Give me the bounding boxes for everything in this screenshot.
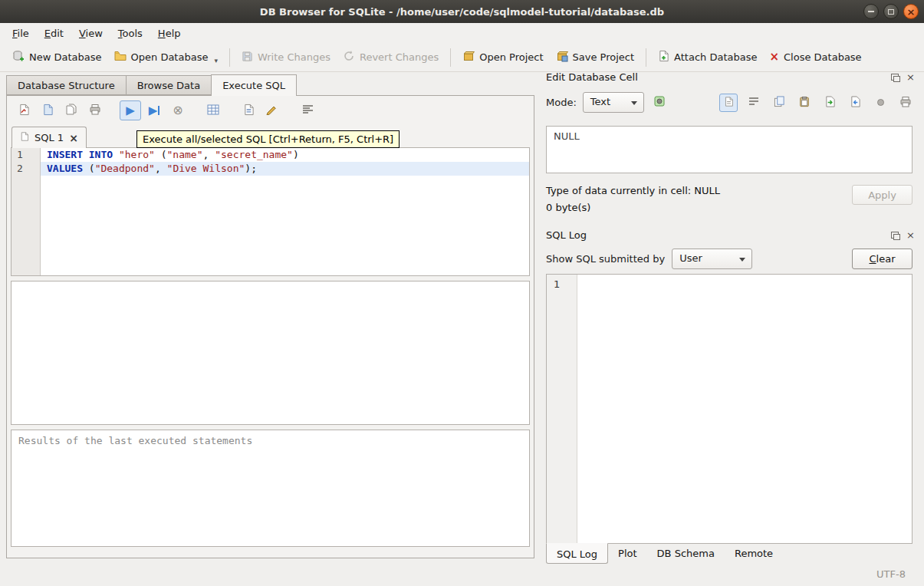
menu-help[interactable]: Help <box>150 25 189 42</box>
print-cell-button[interactable] <box>896 94 915 112</box>
sql-file-icon <box>20 131 29 144</box>
titlebar: DB Browser for SQLite - /home/user/code/… <box>0 0 924 23</box>
tab-browse-data[interactable]: Browse Data <box>126 75 212 95</box>
maximize-icon <box>888 9 894 15</box>
format-sql-button[interactable] <box>297 100 318 120</box>
minimize-icon <box>868 11 874 12</box>
tab-execute-sql[interactable]: Execute SQL <box>211 74 297 96</box>
float-dock-icon[interactable] <box>891 74 899 81</box>
set-null-button[interactable] <box>871 94 889 112</box>
word-wrap-button[interactable] <box>745 94 763 112</box>
apply-button[interactable]: Apply <box>852 185 912 205</box>
format-sql-icon <box>302 104 314 117</box>
open-project-button[interactable]: Open Project <box>456 46 549 68</box>
statusbar: UTF-8 <box>0 563 924 586</box>
attach-database-icon <box>658 50 669 64</box>
cell-value-editor[interactable]: NULL <box>546 126 912 173</box>
right-dock: Edit Database Cell × Mode: Text NULL Typ… <box>541 69 918 564</box>
attach-database-button[interactable]: Attach Database <box>652 46 763 68</box>
open-database-button[interactable]: Open Database ▾ <box>108 46 224 68</box>
print-button[interactable] <box>84 100 106 120</box>
import-cell-button[interactable] <box>820 94 839 112</box>
dock-tab-sql-log[interactable]: SQL Log <box>546 543 608 564</box>
dock-tab-remote[interactable]: Remote <box>725 544 783 564</box>
submitted-by-combobox[interactable]: User <box>672 249 752 269</box>
sql-log-view[interactable]: 1 <box>546 274 912 544</box>
menu-edit[interactable]: Edit <box>37 25 71 42</box>
text-mode-button[interactable] <box>719 94 738 112</box>
results-message-box[interactable]: Results of the last executed statements <box>11 430 530 547</box>
close-tab-icon[interactable]: × <box>69 133 78 143</box>
stop-icon: ⊗ <box>173 104 182 117</box>
set-null-icon <box>877 99 884 106</box>
save-project-icon <box>556 50 568 64</box>
minimize-button[interactable] <box>863 4 879 19</box>
paste-cell-button[interactable] <box>795 94 814 112</box>
execute-current-line-button[interactable]: ▶ <box>143 100 165 120</box>
line-number: 2 <box>12 162 41 176</box>
close-database-icon: × <box>769 51 779 63</box>
sql-doc-tab-label: SQL 1 <box>35 132 64 143</box>
execute-all-button[interactable]: ▶ <box>120 100 141 120</box>
log-line-number: 1 <box>547 275 577 543</box>
open-project-icon <box>462 50 475 64</box>
submitted-by-value: User <box>679 252 702 264</box>
execute-tooltip: Execute all/selected SQL [Ctrl+Return, F… <box>136 130 400 148</box>
tab-database-structure[interactable]: Database Structure <box>6 75 126 95</box>
save-project-button[interactable]: Save Project <box>550 46 641 68</box>
save-sql-file-icon <box>42 104 54 118</box>
dock-tabbar: SQL Log Plot DB Schema Remote <box>546 544 912 564</box>
sql-log-title: SQL Log <box>546 229 891 241</box>
edit-cell-header: Edit Database Cell × <box>541 69 918 84</box>
sql-log-header: SQL Log × <box>541 227 918 242</box>
menu-view[interactable]: View <box>71 25 110 42</box>
mode-value: Text <box>590 96 610 107</box>
menu-tools[interactable]: Tools <box>110 25 150 42</box>
dock-tab-plot[interactable]: Plot <box>608 544 647 564</box>
print-cell-icon <box>899 96 912 110</box>
menubar: File Edit View Tools Help <box>0 23 924 43</box>
write-changes-button[interactable]: Write Changes <box>235 47 337 68</box>
open-database-icon <box>114 50 127 64</box>
sql-toolbar: ▶ ▶ ⊗ <box>7 96 534 123</box>
export-results-button[interactable] <box>202 100 224 120</box>
revert-changes-button[interactable]: Revert Changes <box>337 46 445 68</box>
open-database-dropdown-icon[interactable]: ▾ <box>214 57 218 64</box>
export-cell-button[interactable] <box>846 94 864 112</box>
clear-log-button[interactable]: Clear <box>852 249 912 269</box>
text-mode-icon <box>724 96 734 110</box>
cell-info-text: Type of data currently in cell: NULL 0 b… <box>546 185 852 213</box>
sql-editor[interactable]: 1 INSERT INTO "hero" ("name", "secret_na… <box>11 147 530 276</box>
main-toolbar: New Database Open Database ▾ Write Chang… <box>0 43 924 72</box>
close-dock-icon[interactable]: × <box>906 72 915 82</box>
editor-empty-area <box>12 176 529 189</box>
save-results-button[interactable] <box>238 100 259 120</box>
sql-doc-tab[interactable]: SQL 1 × <box>12 127 87 148</box>
save-sql-as-button[interactable] <box>61 100 82 120</box>
stop-button[interactable]: ⊗ <box>167 100 189 120</box>
open-external-icon <box>653 95 666 110</box>
results-grid[interactable] <box>11 281 530 425</box>
editor-code-line: INSERT INTO "hero" ("name", "secret_name… <box>41 148 529 162</box>
execute-current-line-icon: ▶ <box>149 105 160 117</box>
mode-combobox[interactable]: Text <box>583 92 644 113</box>
close-button[interactable]: × <box>903 4 919 19</box>
new-database-button[interactable]: New Database <box>6 46 108 68</box>
export-icon <box>850 96 861 110</box>
copy-cell-button[interactable] <box>770 94 788 112</box>
open-in-external-app-button[interactable] <box>650 94 669 112</box>
mode-label: Mode: <box>546 97 577 108</box>
dock-tab-db-schema[interactable]: DB Schema <box>647 544 725 564</box>
close-database-button[interactable]: × Close Database <box>763 48 867 67</box>
maximize-button[interactable] <box>883 4 899 19</box>
menu-file[interactable]: File <box>5 25 37 42</box>
close-dock-icon[interactable]: × <box>906 230 915 240</box>
toolbar-separator <box>450 48 451 67</box>
save-sql-file-button[interactable] <box>37 100 58 120</box>
open-sql-file-button[interactable] <box>13 100 35 120</box>
execute-all-icon: ▶ <box>126 105 135 117</box>
find-replace-button[interactable] <box>261 100 283 120</box>
float-dock-icon[interactable] <box>891 232 899 239</box>
gutter <box>12 176 41 276</box>
find-replace-icon <box>266 104 278 117</box>
